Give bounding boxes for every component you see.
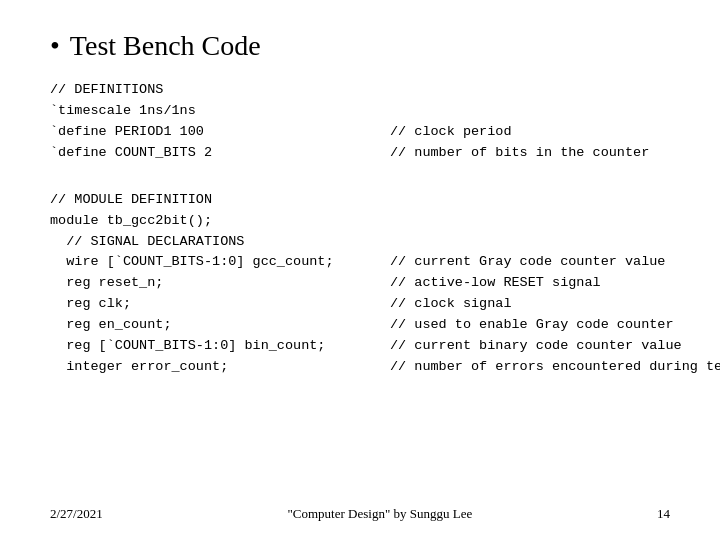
reg-en-text: reg en_count; [50, 315, 390, 336]
blank-line-1 [50, 168, 670, 180]
code-line-signal-comment: // SIGNAL DECLARATIONS [50, 232, 670, 253]
bullet-point: • [50, 30, 60, 62]
code-line-module-decl: module tb_gcc2bit(); [50, 211, 670, 232]
code-line-en: reg en_count; // used to enable Gray cod… [50, 315, 670, 336]
definitions-block: // DEFINITIONS `timescale 1ns/1ns `defin… [50, 80, 670, 164]
bin-comment: // current binary code counter value [390, 336, 682, 357]
slide-footer: 2/27/2021 "Computer Design" by Sunggu Le… [50, 506, 670, 522]
period-comment-text: // clock period [390, 122, 512, 143]
wire-comment: // current Gray code counter value [390, 252, 665, 273]
code-line-integer: integer error_count; // number of errors… [50, 357, 670, 378]
signal-comment: // SIGNAL DECLARATIONS [50, 232, 244, 253]
period-def-text: `define PERIOD1 100 [50, 122, 390, 143]
reg-reset-text: reg reset_n; [50, 273, 390, 294]
footer-page: 14 [657, 506, 670, 522]
module-decl: module tb_gcc2bit(); [50, 211, 212, 232]
code-line-timescale: `timescale 1ns/1ns [50, 101, 670, 122]
code-line-definitions-comment: // DEFINITIONS [50, 80, 670, 101]
code-line-period: `define PERIOD1 100 // clock period [50, 122, 670, 143]
integer-text: integer error_count; [50, 357, 390, 378]
en-comment: // used to enable Gray code counter [390, 315, 674, 336]
timescale-text: `timescale 1ns/1ns [50, 101, 196, 122]
code-line-clk: reg clk; // clock signal [50, 294, 670, 315]
clk-comment: // clock signal [390, 294, 512, 315]
code-line-module-comment: // MODULE DEFINITION [50, 190, 670, 211]
integer-comment: // number of errors encountered during t… [390, 357, 720, 378]
reg-bin-text: reg [`COUNT_BITS-1:0] bin_count; [50, 336, 390, 357]
code-line-bin: reg [`COUNT_BITS-1:0] bin_count; // curr… [50, 336, 670, 357]
count-def-text: `define COUNT_BITS 2 [50, 143, 390, 164]
count-comment-text: // number of bits in the counter [390, 143, 649, 164]
footer-date: 2/27/2021 [50, 506, 103, 522]
code-line-count: `define COUNT_BITS 2 // number of bits i… [50, 143, 670, 164]
code-line-wire: wire [`COUNT_BITS-1:0] gcc_count; // cur… [50, 252, 670, 273]
slide-title: • Test Bench Code [50, 30, 670, 62]
module-comment: // MODULE DEFINITION [50, 190, 212, 211]
reset-comment: // active-low RESET signal [390, 273, 601, 294]
code-section: // DEFINITIONS `timescale 1ns/1ns `defin… [50, 80, 670, 378]
definitions-comment: // DEFINITIONS [50, 80, 163, 101]
title-text: Test Bench Code [70, 30, 261, 62]
module-block: // MODULE DEFINITION module tb_gcc2bit()… [50, 190, 670, 378]
code-line-reset: reg reset_n; // active-low RESET signal [50, 273, 670, 294]
reg-clk-text: reg clk; [50, 294, 390, 315]
slide-container: • Test Bench Code // DEFINITIONS `timesc… [0, 0, 720, 540]
wire-text: wire [`COUNT_BITS-1:0] gcc_count; [50, 252, 390, 273]
footer-center: "Computer Design" by Sunggu Lee [288, 506, 473, 522]
